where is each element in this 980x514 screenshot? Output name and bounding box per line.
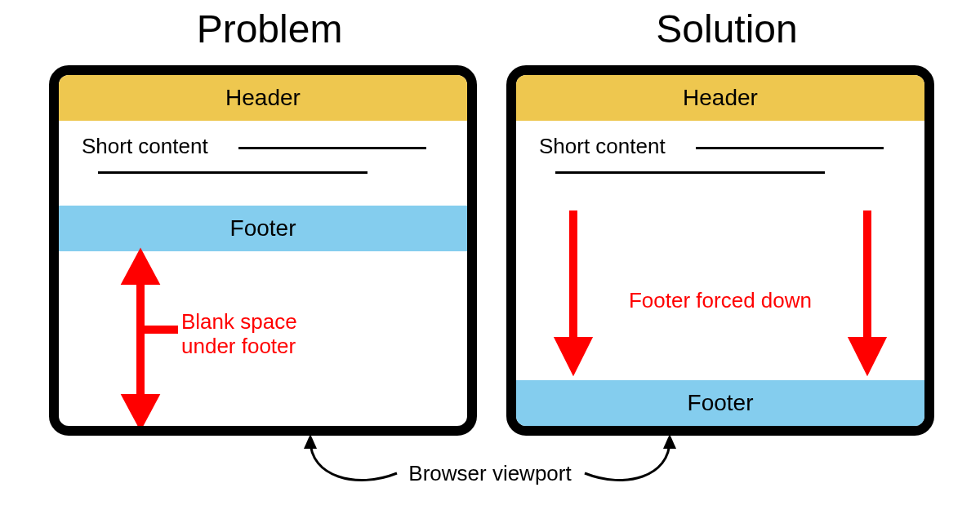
footer-bar-bottom: Footer	[516, 380, 924, 426]
header-bar: Header	[516, 75, 924, 121]
short-content-label: Short content	[82, 134, 208, 159]
footer-bar-mid: Footer	[59, 206, 467, 251]
content-rule	[238, 147, 426, 149]
svg-marker-7	[854, 341, 880, 367]
caption-browser-viewport: Browser viewport	[0, 461, 980, 486]
annotation-blank-space: Blank space under footer	[181, 310, 297, 359]
content-rule	[696, 147, 884, 149]
title-solution: Solution	[514, 7, 939, 51]
header-label: Header	[225, 85, 301, 111]
svg-marker-2	[127, 398, 154, 423]
svg-marker-9	[663, 434, 676, 449]
annotation-forced-down: Footer forced down	[516, 289, 924, 313]
footer-label: Footer	[230, 215, 296, 241]
down-arrows-icon	[516, 75, 924, 426]
header-bar: Header	[59, 75, 467, 121]
title-problem: Problem	[57, 7, 482, 51]
diagram-root: { "titles": { "problem": "Problem", "sol…	[0, 0, 980, 514]
footer-label: Footer	[688, 390, 754, 416]
svg-marker-5	[560, 341, 586, 367]
short-content-label: Short content	[539, 134, 666, 159]
viewport-solution: Header Short content Footer Footer force…	[506, 65, 934, 436]
header-label: Header	[683, 85, 758, 111]
viewport-problem: Header Short content Footer Blank space …	[49, 65, 477, 436]
content-rule	[555, 171, 825, 174]
svg-marker-1	[127, 256, 154, 281]
svg-marker-8	[304, 434, 317, 449]
content-rule	[98, 171, 368, 174]
